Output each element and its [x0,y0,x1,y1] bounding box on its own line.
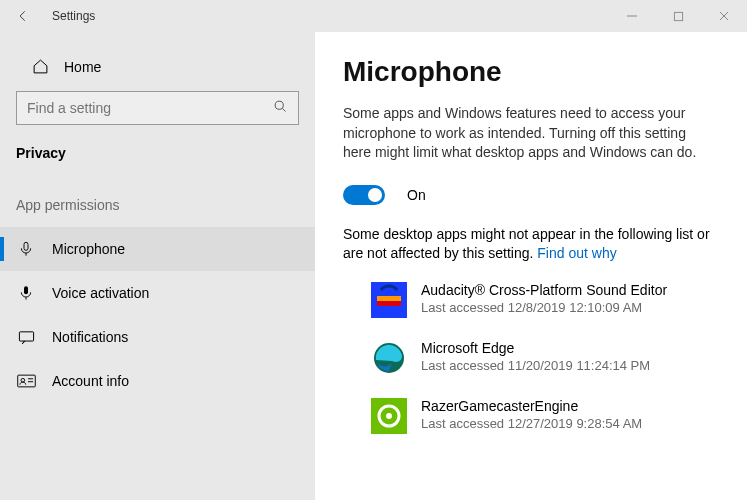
nav-label: Voice activation [52,285,149,301]
app-name: RazerGamecasterEngine [421,398,642,414]
maximize-button[interactable] [655,0,701,32]
svg-rect-8 [24,286,28,294]
app-meta: Last accessed 11/20/2019 11:24:14 PM [421,358,650,373]
nav-microphone[interactable]: Microphone [0,227,315,271]
section-title: Privacy [0,141,315,179]
page-title: Microphone [343,56,723,88]
app-icon-razer [371,398,407,434]
app-name: Audacity® Cross-Platform Sound Editor [421,282,667,298]
search-box[interactable] [16,91,299,125]
svg-point-21 [386,413,392,419]
app-name: Microsoft Edge [421,340,650,356]
svg-point-4 [275,101,283,109]
account-icon [16,374,36,388]
home-nav[interactable]: Home [0,50,315,85]
svg-point-12 [21,378,25,382]
search-input[interactable] [27,100,273,116]
svg-rect-1 [674,12,682,20]
voice-icon [16,284,36,302]
page-description: Some apps and Windows features need to a… [343,104,713,163]
close-button[interactable] [701,0,747,32]
back-button[interactable] [0,0,46,32]
app-meta: Last accessed 12/27/2019 9:28:54 AM [421,416,642,431]
content-area: Microphone Some apps and Windows feature… [315,32,747,500]
nav-label: Microphone [52,241,125,257]
group-header: App permissions [0,179,315,227]
svg-rect-17 [377,301,401,306]
app-icon-audacity [371,282,407,318]
app-row: Audacity® Cross-Platform Sound Editor La… [371,282,723,318]
home-label: Home [64,59,101,75]
nav-account-info[interactable]: Account info [0,359,315,403]
app-row: Microsoft Edge Last accessed 11/20/2019 … [371,340,723,376]
notifications-icon [16,330,36,345]
note-text: Some desktop apps might not appear in th… [343,225,723,264]
nav-voice-activation[interactable]: Voice activation [0,271,315,315]
minimize-button[interactable] [609,0,655,32]
nav-label: Account info [52,373,129,389]
svg-rect-10 [19,331,33,340]
nav-label: Notifications [52,329,128,345]
toggle-label: On [407,187,426,203]
home-icon [30,58,50,75]
note-prefix: Some desktop apps might not appear in th… [343,226,710,262]
nav-notifications[interactable]: Notifications [0,315,315,359]
app-row: RazerGamecasterEngine Last accessed 12/2… [371,398,723,434]
svg-rect-11 [17,375,35,387]
app-meta: Last accessed 12/8/2019 12:10:09 AM [421,300,667,315]
svg-line-5 [282,108,285,111]
titlebar: Settings [0,0,747,32]
svg-rect-6 [24,242,28,250]
microphone-icon [16,240,36,258]
search-icon [273,99,288,118]
find-out-why-link[interactable]: Find out why [537,245,616,261]
window-title: Settings [52,9,95,23]
app-icon-edge [371,340,407,376]
microphone-toggle[interactable] [343,185,385,205]
sidebar: Home Privacy App permissions Microphone [0,32,315,500]
